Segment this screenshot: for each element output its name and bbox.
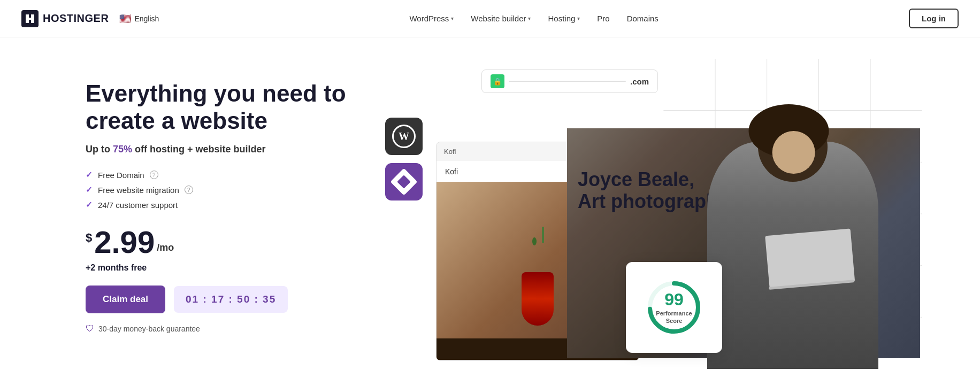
language-label: English	[134, 14, 159, 23]
subheadline: Up to 75% off hosting + website builder	[86, 144, 353, 155]
main-content: Everything you need to create a website …	[0, 37, 980, 378]
price-period: /mo	[157, 242, 174, 253]
vase-decoration	[522, 272, 554, 326]
performance-score-inner: 99 Performance Score	[656, 290, 692, 325]
chevron-down-icon: ▾	[528, 16, 531, 21]
subheadline-suffix: off hosting + website builder	[132, 144, 266, 155]
url-domain-line	[509, 81, 626, 82]
currency-symbol: $	[86, 231, 92, 245]
preview-site-name: Kofi	[444, 148, 456, 156]
info-icon[interactable]: ?	[150, 171, 158, 179]
hero-illustration: 🔒 .com W Kofi Kofi ☰	[374, 59, 927, 369]
cta-row: Claim deal 01 : 17 : 50 : 35	[86, 286, 353, 313]
guarantee-label: 30-day money-back guarantee	[98, 325, 200, 333]
feature-item-domain: ✓ Free Domain ?	[86, 170, 353, 180]
nav-item-website-builder[interactable]: Website builder ▾	[471, 14, 531, 23]
chevron-down-icon: ▾	[451, 16, 454, 21]
performance-score-number: 99	[656, 290, 692, 310]
price-amount: 2.99	[94, 227, 155, 258]
feature-item-migration: ✓ Free website migration ?	[86, 185, 353, 195]
performance-ring: 99 Performance Score	[645, 278, 703, 337]
features-list: ✓ Free Domain ? ✓ Free website migration…	[86, 170, 353, 210]
wordpress-icon[interactable]: W	[385, 118, 423, 155]
check-icon: ✓	[86, 200, 93, 210]
hostinger-inner-diamond	[397, 175, 410, 188]
check-icon: ✓	[86, 185, 93, 195]
left-section: Everything you need to create a website …	[86, 59, 353, 334]
preview-nav-name: Kofi	[445, 167, 458, 176]
wp-letter: W	[399, 130, 409, 143]
login-button[interactable]: Log in	[909, 9, 959, 28]
navbar-left: HOSTINGER 🇺🇸 English	[21, 10, 159, 27]
feature-item-support: ✓ 24/7 customer support	[86, 200, 353, 210]
hostinger-diamond-icon	[391, 168, 418, 196]
info-icon[interactable]: ?	[185, 186, 193, 194]
flag-icon: 🇺🇸	[119, 13, 131, 25]
nav-item-domains[interactable]: Domains	[627, 14, 659, 23]
hostinger-app-icon[interactable]	[385, 163, 423, 200]
wp-logo-circle: W	[392, 125, 416, 148]
feature-label: 24/7 customer support	[98, 200, 178, 210]
logo[interactable]: HOSTINGER	[21, 10, 109, 27]
feature-label: Free website migration	[98, 186, 179, 195]
chevron-down-icon: ▾	[577, 16, 580, 21]
navbar-nav: WordPress ▾ Website builder ▾ Hosting ▾ …	[409, 14, 658, 23]
nav-item-hosting[interactable]: Hosting ▾	[548, 14, 580, 23]
performance-score-label: Performance Score	[656, 310, 692, 325]
url-tld: .com	[630, 77, 649, 86]
brand-name: HOSTINGER	[43, 12, 109, 25]
discount-highlight: 75%	[113, 144, 132, 155]
url-bar: 🔒 .com	[481, 70, 658, 93]
hostinger-logo-icon	[21, 10, 39, 27]
months-free-label: +2 months free	[86, 263, 353, 273]
price-row: $ 2.99 /mo	[86, 227, 353, 258]
nav-item-pro[interactable]: Pro	[597, 14, 609, 23]
nav-item-wordpress[interactable]: WordPress ▾	[409, 14, 454, 23]
shield-icon: 🛡	[86, 324, 94, 334]
headline: Everything you need to create a website	[86, 80, 353, 134]
navbar: HOSTINGER 🇺🇸 English WordPress ▾ Website…	[0, 0, 980, 37]
countdown-timer: 01 : 17 : 50 : 35	[174, 286, 288, 313]
claim-deal-button[interactable]: Claim deal	[86, 286, 165, 313]
guarantee-text: 🛡 30-day money-back guarantee	[86, 324, 353, 334]
subheadline-prefix: Up to	[86, 144, 113, 155]
feature-label: Free Domain	[98, 171, 144, 180]
performance-score-card: 99 Performance Score	[626, 262, 722, 353]
navbar-right: Log in	[909, 9, 959, 28]
ssl-lock-icon: 🔒	[491, 74, 504, 88]
language-selector[interactable]: 🇺🇸 English	[119, 13, 159, 25]
price-block: $ 2.99 /mo	[86, 227, 353, 258]
check-icon: ✓	[86, 170, 93, 180]
